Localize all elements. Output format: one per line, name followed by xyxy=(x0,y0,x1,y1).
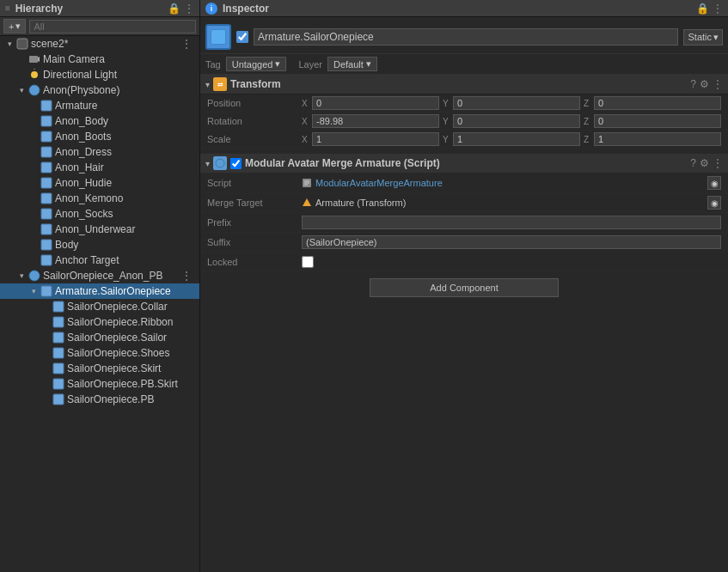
script-help-icon[interactable]: ? xyxy=(690,157,696,169)
script-row: Script ModularAvatarMergeArmature ◉ xyxy=(200,173,728,193)
tree-item-directional-light[interactable]: Directional Light xyxy=(0,67,199,82)
sailor-shoes-label: SailorOnepiece.Shoes xyxy=(67,347,169,359)
search-input[interactable] xyxy=(29,20,196,33)
inspector-more-icon[interactable]: ⋮ xyxy=(713,3,723,15)
add-component-button[interactable]: Add Component xyxy=(370,278,559,297)
anon-hudie-label: Anon_Hudie xyxy=(55,177,112,189)
hierarchy-title: Hierarchy xyxy=(15,3,63,15)
merge-target-value-row: Armature (Transform) ◉ xyxy=(302,196,721,210)
static-chevron-icon: ▾ xyxy=(713,32,719,43)
tree-item-sailor-ribbon[interactable]: SailorOnepiece.Ribbon xyxy=(0,314,199,330)
position-y-input[interactable] xyxy=(453,96,580,110)
tag-dropdown[interactable]: Untagged ▾ xyxy=(226,57,287,71)
svg-marker-31 xyxy=(303,198,311,206)
sy-axis-label: Y xyxy=(443,135,451,144)
camera-icon xyxy=(28,52,41,66)
svg-rect-19 xyxy=(53,301,64,312)
tree-item-main-camera[interactable]: Main Camera xyxy=(0,52,199,67)
anon-hair-icon xyxy=(40,161,53,174)
tree-item-anon-hair[interactable]: Anon_Hair xyxy=(0,160,199,175)
scale-row: Scale X Y Z xyxy=(200,131,728,149)
position-x-input[interactable] xyxy=(312,96,439,110)
tree-item-sailor-skirt[interactable]: SailorOnepiece.Skirt xyxy=(0,361,199,376)
script-more-icon[interactable]: ⋮ xyxy=(713,157,723,169)
sailor-sailor-label: SailorOnepiece.Sailor xyxy=(67,332,167,344)
script-expand-icon[interactable]: ▾ xyxy=(205,159,210,168)
position-z-input[interactable] xyxy=(594,96,721,110)
script-pick-button[interactable]: ◉ xyxy=(707,176,721,190)
tree-item-anon-body[interactable]: Anon_Body xyxy=(0,113,199,129)
script-file-icon xyxy=(302,178,312,188)
tree-item-anon-dress[interactable]: Anon_Dress xyxy=(0,144,199,160)
sailor-pb-more-icon[interactable]: ⋮ xyxy=(180,269,196,283)
scale-x-input[interactable] xyxy=(312,132,439,146)
directional-light-label: Directional Light xyxy=(43,69,117,81)
tree-item-anon-underwear[interactable]: Anon_Underwear xyxy=(0,222,199,237)
tree-item-armature[interactable]: Armature xyxy=(0,98,199,113)
tree-item-anon-hudie[interactable]: Anon_Hudie xyxy=(0,175,199,191)
hierarchy-toolbar: + ▾ xyxy=(0,17,199,36)
tree-item-sailor-pb2[interactable]: SailorOnepiece.PB xyxy=(0,392,199,407)
tree-item-sailor-sailor[interactable]: SailorOnepiece.Sailor xyxy=(0,330,199,345)
static-dropdown[interactable]: Static ▾ xyxy=(683,29,723,46)
prefix-value-row xyxy=(302,216,721,229)
layer-dropdown[interactable]: Default ▾ xyxy=(327,57,377,71)
tree-item-sailor-pb[interactable]: ▾ SailorOnepiece_Anon_PB ⋮ xyxy=(0,268,199,283)
tree-item-sailor-pb-skirt[interactable]: SailorOnepiece.PB.Skirt xyxy=(0,376,199,392)
rotation-y-input[interactable] xyxy=(453,114,580,128)
scale-y-input[interactable] xyxy=(453,132,580,146)
add-button[interactable]: + ▾ xyxy=(3,19,26,33)
suffix-input[interactable] xyxy=(302,235,721,249)
script-active-checkbox[interactable] xyxy=(230,158,242,169)
more-icon[interactable]: ⋮ xyxy=(184,3,194,15)
anon-body-label: Anon_Body xyxy=(55,115,108,127)
object-active-checkbox[interactable] xyxy=(236,31,248,43)
layer-label: Layer xyxy=(298,59,322,70)
transform-more-icon[interactable]: ⋮ xyxy=(713,78,723,90)
locked-value-row xyxy=(302,256,721,268)
tree-item-scene2[interactable]: ▾ scene2* ⋮ xyxy=(0,36,199,52)
merge-target-row: Merge Target Armature (Transform) ◉ xyxy=(200,193,728,213)
position-y-field: Y xyxy=(443,96,580,110)
tree-item-armature-sailor[interactable]: ▾ Armature.SailorOnepiece xyxy=(0,283,199,299)
object-icon-large xyxy=(205,24,231,50)
suffix-value-row xyxy=(302,235,721,249)
armature-sailor-label: Armature.SailorOnepiece xyxy=(55,285,171,297)
transform-help-icon[interactable]: ? xyxy=(690,78,696,90)
tree-item-anon-kemono[interactable]: Anon_Kemono xyxy=(0,191,199,206)
svg-rect-15 xyxy=(41,240,52,250)
transform-expand-icon[interactable]: ▾ xyxy=(205,80,210,89)
locked-checkbox[interactable] xyxy=(302,256,314,268)
scene2-more-icon[interactable]: ⋮ xyxy=(180,37,196,51)
lock-icon[interactable]: 🔒 xyxy=(168,3,180,15)
script-value-row: ModularAvatarMergeArmature ◉ xyxy=(302,176,721,190)
inspector-lock-icon[interactable]: 🔒 xyxy=(696,3,709,15)
object-name-field[interactable] xyxy=(254,28,678,46)
rotation-z-input[interactable] xyxy=(594,114,721,128)
tree-item-sailor-collar[interactable]: SailorOnepiece.Collar xyxy=(0,299,199,314)
script-value[interactable]: ModularAvatarMergeArmature xyxy=(315,178,443,188)
svg-rect-9 xyxy=(41,147,52,157)
armature-cube-icon xyxy=(40,99,53,113)
expand-scene2-icon: ▾ xyxy=(3,40,15,48)
anon-kemono-label: Anon_Kemono xyxy=(55,192,123,204)
transform-settings-icon[interactable]: ⚙ xyxy=(700,78,709,90)
svg-rect-14 xyxy=(41,224,52,234)
scale-fields: X Y Z xyxy=(302,132,721,146)
svg-rect-10 xyxy=(41,162,52,173)
prefix-input[interactable] xyxy=(302,216,721,229)
rotation-row: Rotation X Y Z xyxy=(200,113,728,131)
rotation-x-field: X xyxy=(302,114,439,128)
scale-z-input[interactable] xyxy=(594,132,721,146)
tree-item-anchor-target[interactable]: Anchor Target xyxy=(0,253,199,268)
tree-item-sailor-shoes[interactable]: SailorOnepiece.Shoes xyxy=(0,345,199,361)
script-title: Modular Avatar Merge Armature (Script) xyxy=(245,157,687,169)
tree-item-anon-boots[interactable]: Anon_Boots xyxy=(0,129,199,144)
rotation-x-input[interactable] xyxy=(312,114,439,128)
tree-item-anon-physbone[interactable]: ▾ Anon(Physbone) xyxy=(0,82,199,98)
merge-target-pick-button[interactable]: ◉ xyxy=(707,196,721,210)
script-settings-icon[interactable]: ⚙ xyxy=(700,157,709,169)
tree-item-body[interactable]: Body xyxy=(0,237,199,253)
tree-item-anon-socks[interactable]: Anon_Socks xyxy=(0,206,199,222)
svg-rect-0 xyxy=(17,39,28,49)
